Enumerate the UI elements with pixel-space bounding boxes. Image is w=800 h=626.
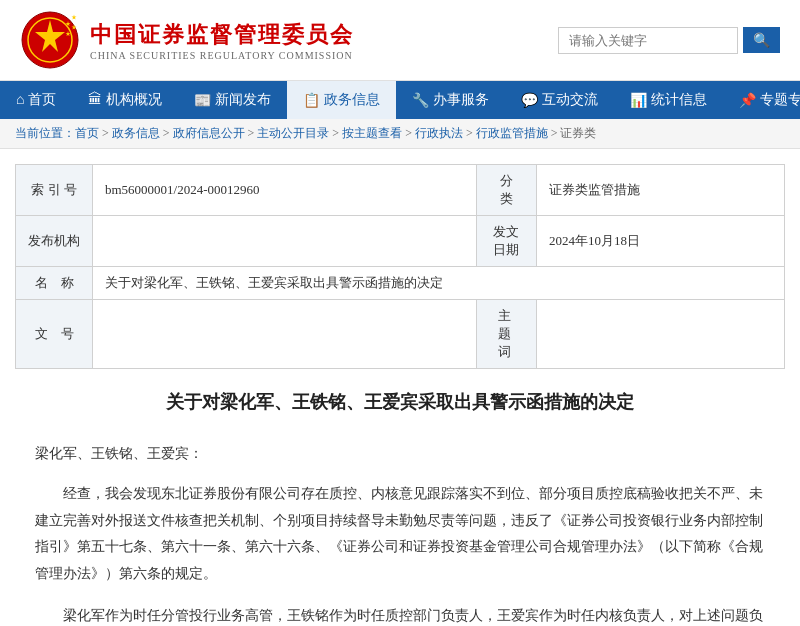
- special-icon: 📌: [739, 92, 756, 109]
- theme-value: [536, 300, 784, 369]
- search-button[interactable]: 🔍: [743, 27, 780, 53]
- doc-label: 文 号: [16, 300, 93, 369]
- breadcrumb-measures[interactable]: 行政监管措施: [476, 126, 548, 140]
- publisher-label: 发布机构: [16, 216, 93, 267]
- table-row-title: 名 称 关于对梁化军、王铁铭、王爱宾采取出具警示函措施的决定: [16, 267, 785, 300]
- theme-label: 主 题 词: [476, 300, 536, 369]
- title-label: 名 称: [16, 267, 93, 300]
- nav-news[interactable]: 📰 新闻发布: [178, 81, 287, 119]
- search-icon: 🔍: [753, 32, 770, 48]
- document-paragraph-1: 经查，我会发现东北证券股份有限公司存在质控、内核意见跟踪落实不到位、部分项目质控…: [35, 481, 765, 587]
- nav-interact[interactable]: 💬 互动交流: [505, 81, 614, 119]
- logo-emblem: [20, 10, 80, 70]
- logo-text: 中国证券监督管理委员会 CHINA SECURITIES REGULATORY …: [90, 20, 354, 61]
- nav-home[interactable]: ⌂ 首页: [0, 81, 72, 119]
- nav-service-label: 办事服务: [433, 91, 489, 109]
- nav-stats[interactable]: 📊 统计信息: [614, 81, 723, 119]
- header: 中国证券监督管理委员会 CHINA SECURITIES REGULATORY …: [0, 0, 800, 81]
- breadcrumb-open[interactable]: 政府信息公开: [173, 126, 245, 140]
- gov-icon: 📋: [303, 92, 320, 109]
- publisher-value: [93, 216, 477, 267]
- nav-org-label: 机构概况: [106, 91, 162, 109]
- nav-special[interactable]: 📌 专题专栏: [723, 81, 800, 119]
- table-row-publisher: 发布机构 发文日期 2024年10月18日: [16, 216, 785, 267]
- home-icon: ⌂: [16, 92, 24, 108]
- breadcrumb-enforcement[interactable]: 行政执法: [415, 126, 463, 140]
- nav-org[interactable]: 🏛 机构概况: [72, 81, 178, 119]
- breadcrumb-gov[interactable]: 政务信息: [112, 126, 160, 140]
- org-icon: 🏛: [88, 92, 102, 108]
- breadcrumb: 当前位置：首页 > 政务信息 > 政府信息公开 > 主动公开目录 > 按主题查看…: [0, 119, 800, 149]
- table-row-docno: 文 号 主 题 词: [16, 300, 785, 369]
- document-title: 关于对梁化军、王铁铭、王爱宾采取出具警示函措施的决定: [15, 389, 785, 416]
- nav-special-label: 专题专栏: [760, 91, 800, 109]
- interact-icon: 💬: [521, 92, 538, 109]
- index-value: bm56000001/2024-00012960: [93, 165, 477, 216]
- nav-service[interactable]: 🔧 办事服务: [396, 81, 505, 119]
- breadcrumb-catalog[interactable]: 主动公开目录: [257, 126, 329, 140]
- category-label: 分 类: [476, 165, 536, 216]
- doc-value: [93, 300, 477, 369]
- logo-cn-text: 中国证券监督管理委员会: [90, 20, 354, 50]
- breadcrumb-topic[interactable]: 按主题查看: [342, 126, 402, 140]
- date-label: 发文日期: [476, 216, 536, 267]
- stats-icon: 📊: [630, 92, 647, 109]
- nav-gov[interactable]: 📋 政务信息: [287, 81, 396, 119]
- document-paragraph-2: 梁化军作为时任分管投行业务高管，王铁铭作为时任质控部门负责人，王爱宾作为时任内核…: [35, 603, 765, 626]
- svg-marker-4: [72, 15, 77, 20]
- category-value: 证券类监管措施: [536, 165, 784, 216]
- date-value: 2024年10月18日: [536, 216, 784, 267]
- nav-interact-label: 互动交流: [542, 91, 598, 109]
- breadcrumb-home[interactable]: 当前位置：首页: [15, 126, 99, 140]
- main-content: 索 引 号 bm56000001/2024-00012960 分 类 证券类监管…: [0, 149, 800, 626]
- nav-bar: ⌂ 首页 🏛 机构概况 📰 新闻发布 📋 政务信息 🔧 办事服务 💬 互动交流 …: [0, 81, 800, 119]
- index-label: 索 引 号: [16, 165, 93, 216]
- nav-home-label: 首页: [28, 91, 56, 109]
- search-input[interactable]: [558, 27, 738, 54]
- nav-stats-label: 统计信息: [651, 91, 707, 109]
- news-icon: 📰: [194, 92, 211, 109]
- document-greeting: 梁化军、王铁铭、王爱宾：: [35, 441, 765, 466]
- search-area: 🔍: [558, 27, 780, 54]
- title-value: 关于对梁化军、王铁铭、王爱宾采取出具警示函措施的决定: [93, 267, 785, 300]
- service-icon: 🔧: [412, 92, 429, 109]
- nav-news-label: 新闻发布: [215, 91, 271, 109]
- table-row-index: 索 引 号 bm56000001/2024-00012960 分 类 证券类监管…: [16, 165, 785, 216]
- logo: 中国证券监督管理委员会 CHINA SECURITIES REGULATORY …: [20, 10, 354, 70]
- breadcrumb-current: 证券类: [560, 126, 596, 140]
- logo-en-text: CHINA SECURITIES REGULATORY COMMISSION: [90, 50, 354, 61]
- info-table: 索 引 号 bm56000001/2024-00012960 分 类 证券类监管…: [15, 164, 785, 369]
- nav-gov-label: 政务信息: [324, 91, 380, 109]
